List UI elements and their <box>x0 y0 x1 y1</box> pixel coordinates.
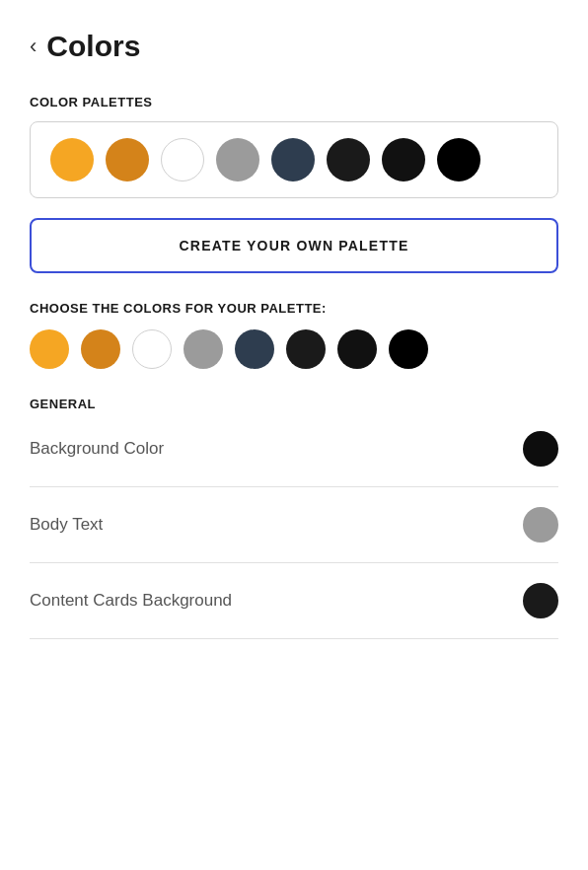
setting-label-body-text: Body Text <box>30 515 103 535</box>
header: ‹ Colors <box>30 30 558 63</box>
palette-dot-gray[interactable] <box>216 138 259 181</box>
choose-dot-very-dark[interactable] <box>337 329 377 369</box>
choose-dot-yellow-orange[interactable] <box>30 329 69 369</box>
choose-dot-gray[interactable] <box>184 329 223 369</box>
palette-dot-near-black[interactable] <box>327 138 370 181</box>
palette-dot-dark-orange[interactable] <box>106 138 149 181</box>
palette-dot-yellow-orange[interactable] <box>50 138 94 181</box>
choose-dot-black[interactable] <box>389 329 428 369</box>
setting-row-body-text[interactable]: Body Text <box>30 487 558 563</box>
choose-dot-white[interactable] <box>132 329 172 369</box>
choose-colors-section: CHOOSE THE COLORS FOR YOUR PALETTE: <box>30 301 558 369</box>
setting-swatch-content-cards-bg[interactable] <box>523 583 558 618</box>
choose-dot-dark-slate[interactable] <box>235 329 274 369</box>
color-palettes-section: COLOR PALETTES <box>30 95 558 198</box>
palette-dot-very-dark[interactable] <box>382 138 425 181</box>
palette-dot-dark-slate[interactable] <box>271 138 315 181</box>
back-button[interactable]: ‹ <box>30 34 37 59</box>
palette-dot-black[interactable] <box>437 138 480 181</box>
general-label: GENERAL <box>30 397 558 411</box>
setting-swatch-background-color[interactable] <box>523 431 558 467</box>
choose-dot-near-black[interactable] <box>286 329 326 369</box>
color-palettes-label: COLOR PALETTES <box>30 95 558 109</box>
setting-label-background-color: Background Color <box>30 439 164 459</box>
choose-dot-dark-orange[interactable] <box>81 329 120 369</box>
palette-box <box>30 121 558 198</box>
page-title: Colors <box>46 30 140 63</box>
choose-colors-row <box>30 329 558 369</box>
setting-row-content-cards-bg[interactable]: Content Cards Background <box>30 563 558 639</box>
general-section: GENERAL Background ColorBody TextContent… <box>30 397 558 639</box>
setting-label-content-cards-bg: Content Cards Background <box>30 591 232 611</box>
create-palette-button[interactable]: CREATE YOUR OWN PALETTE <box>30 218 558 273</box>
setting-swatch-body-text[interactable] <box>523 507 558 543</box>
setting-row-background-color[interactable]: Background Color <box>30 411 558 487</box>
choose-colors-label: CHOOSE THE COLORS FOR YOUR PALETTE: <box>30 301 558 316</box>
palette-dot-white[interactable] <box>161 138 204 181</box>
